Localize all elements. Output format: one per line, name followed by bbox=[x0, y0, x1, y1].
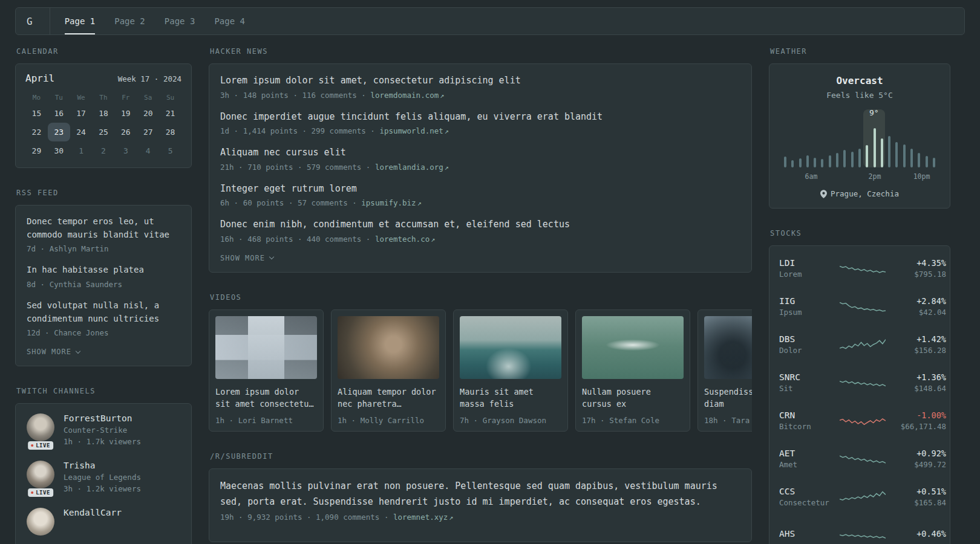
video-thumbnail[interactable] bbox=[582, 316, 684, 379]
channel-name[interactable]: ForrestBurton bbox=[64, 413, 141, 423]
reddit-card: Maecenas mollis pulvinar erat non posuer… bbox=[209, 468, 752, 542]
tab-page-3[interactable]: Page 3 bbox=[165, 8, 195, 34]
show-more-button[interactable]: SHOW MORE bbox=[27, 348, 180, 356]
hn-item-title[interactable]: Donec imperdiet augue tincidunt felis al… bbox=[220, 110, 740, 124]
hn-item-title[interactable]: Donec enim nibh, condimentum et accumsan… bbox=[220, 218, 740, 232]
video-title[interactable]: Mauris sit amet massa felis bbox=[460, 386, 561, 411]
twitch-channel[interactable]: LIVE ForrestBurton Counter-Strike 1h · 1… bbox=[27, 413, 180, 446]
reddit-widget: /R/SUBREDDIT Maecenas mollis pulvinar er… bbox=[209, 452, 752, 542]
rss-item-title[interactable]: In hac habitasse platea bbox=[27, 264, 180, 277]
stock-row: AHS +0.46% bbox=[779, 516, 940, 544]
weather-bar bbox=[918, 153, 920, 167]
video-card[interactable]: Lorem ipsum dolor sit amet consectetu… 1… bbox=[209, 309, 324, 432]
dow-label: Su bbox=[159, 89, 181, 104]
stock-price: $148.64 bbox=[886, 384, 946, 393]
day-cell: 20 bbox=[137, 104, 159, 123]
show-more-label: SHOW MORE bbox=[220, 254, 265, 262]
stock-name: Amet bbox=[779, 460, 840, 469]
hn-item-title[interactable]: Lorem ipsum dolor sit amet, consectetur … bbox=[220, 74, 740, 88]
avatar bbox=[27, 508, 54, 536]
video-title[interactable]: Aliquam tempor dolor nec pharetra… bbox=[338, 386, 439, 411]
twitch-channel[interactable]: LIVE Trisha League of Legends 3h · 1.2k … bbox=[27, 461, 180, 493]
stock-name: Ipsum bbox=[779, 308, 840, 317]
hn-item-domain-link[interactable]: ipsumworld.net↗ bbox=[379, 126, 449, 135]
twitch-widget: TWITCH CHANNELS LIVE ForrestBurton bbox=[15, 387, 192, 544]
chevron-down-icon bbox=[269, 254, 274, 259]
avatar bbox=[27, 413, 54, 441]
twitch-channel[interactable]: KendallCarr bbox=[27, 508, 180, 536]
day-cell: 22 bbox=[25, 123, 48, 141]
hn-item-domain-link[interactable]: ipsumify.biz↗ bbox=[361, 198, 422, 207]
stock-symbol: IIG bbox=[779, 296, 840, 306]
weather-bar bbox=[910, 149, 913, 167]
video-thumbnail[interactable] bbox=[338, 316, 439, 379]
external-link-icon: ↗ bbox=[445, 127, 449, 135]
video-card[interactable]: Aliquam tempor dolor nec pharetra… 1h · … bbox=[331, 309, 446, 432]
channel-game: Counter-Strike bbox=[64, 426, 141, 435]
rss-item-title[interactable]: Sed volutpat nulla nisl, a condimentum n… bbox=[27, 299, 180, 325]
video-title[interactable]: Lorem ipsum dolor sit amet consectetu… bbox=[215, 386, 317, 411]
weather-widget: WEATHER Overcast Feels like 5°C 9° 6am 2… bbox=[769, 47, 950, 209]
hn-item-title[interactable]: Aliquam nec cursus elit bbox=[220, 146, 740, 160]
tab-page-1[interactable]: Page 1 bbox=[65, 8, 96, 34]
columns: CALENDAR April Week 17 · 2024 Mo Tu We T… bbox=[15, 47, 965, 544]
avatar-wrap bbox=[27, 508, 54, 536]
stock-sparkline bbox=[840, 488, 886, 506]
video-thumbnail[interactable] bbox=[460, 316, 561, 379]
hn-item-meta: 6h · 60 points · 57 comments · ipsumify.… bbox=[220, 198, 740, 207]
hn-item: Aliquam nec cursus elit 21h · 710 points… bbox=[220, 146, 740, 172]
video-title[interactable]: Suspendisse vehicula diam bbox=[704, 386, 752, 411]
hn-item-domain-link[interactable]: loremdomain.com↗ bbox=[370, 91, 444, 100]
stock-sparkline bbox=[840, 297, 886, 316]
external-link-icon: ↗ bbox=[440, 91, 444, 100]
avatar-wrap: LIVE bbox=[27, 461, 54, 493]
video-card[interactable]: Nullam posuere cursus ex 17h · Stefan Co… bbox=[575, 309, 690, 432]
app-logo[interactable]: G bbox=[17, 8, 50, 34]
day-cell-selected: 23 bbox=[48, 123, 70, 141]
hn-item: Donec imperdiet augue tincidunt felis al… bbox=[220, 110, 740, 136]
video-thumbnail[interactable] bbox=[215, 316, 317, 379]
stock-row: SNRCSit +1.36%$148.64 bbox=[779, 363, 940, 401]
weather-card: Overcast Feels like 5°C 9° 6am 2pm 10pm bbox=[769, 63, 950, 209]
reddit-post-title[interactable]: Maecenas mollis pulvinar erat non posuer… bbox=[220, 479, 740, 510]
time-label: 2pm bbox=[869, 172, 881, 181]
weather-condition: Overcast bbox=[779, 75, 940, 86]
app-logo-glyph: G bbox=[27, 16, 33, 27]
stock-symbol: DBS bbox=[779, 334, 840, 344]
hn-item-meta: 3h · 148 points · 116 comments · loremdo… bbox=[220, 91, 740, 100]
channel-name[interactable]: KendallCarr bbox=[64, 508, 122, 517]
video-card[interactable]: Mauris sit amet massa felis 7h · Grayson… bbox=[453, 309, 568, 432]
weather-bars bbox=[784, 126, 935, 167]
channel-meta: 3h · 1.2k viewers bbox=[64, 484, 141, 493]
stock-change: +0.92% bbox=[886, 448, 946, 458]
stock-name: Lorem bbox=[779, 270, 840, 279]
hn-item-title[interactable]: Integer eget rutrum lorem bbox=[220, 182, 740, 196]
avatar bbox=[27, 461, 54, 488]
stock-row: CRNBitcorn -1.00%$66,171.48 bbox=[779, 401, 940, 439]
external-link-icon: ↗ bbox=[417, 199, 422, 207]
rss-item-title[interactable]: Donec tempor eros leo, ut commodo mauris… bbox=[27, 215, 180, 241]
video-card[interactable]: Suspendisse vehicula diam 18h · Tara bbox=[697, 309, 752, 432]
tab-page-4[interactable]: Page 4 bbox=[214, 8, 245, 34]
reddit-header: /R/SUBREDDIT bbox=[210, 452, 752, 461]
weather-bar bbox=[858, 149, 861, 167]
hn-item-domain-link[interactable]: loremtech.co↗ bbox=[375, 235, 436, 244]
weather-bar bbox=[851, 152, 854, 167]
rss-card: Donec tempor eros leo, ut commodo mauris… bbox=[15, 205, 192, 366]
show-more-button[interactable]: SHOW MORE bbox=[220, 254, 740, 262]
stock-name: Bitcorn bbox=[779, 422, 840, 431]
month-label: April bbox=[25, 73, 54, 84]
hn-item-domain-link[interactable]: loremlandia.org↗ bbox=[375, 163, 449, 172]
chevron-down-icon bbox=[76, 349, 80, 354]
channel-name[interactable]: Trisha bbox=[64, 461, 141, 470]
stock-sparkline bbox=[840, 412, 886, 430]
reddit-domain-link[interactable]: loremnet.xyz↗ bbox=[393, 513, 454, 522]
weather-time-labels: 6am 2pm 10pm bbox=[784, 172, 935, 181]
day-cell: 24 bbox=[70, 123, 93, 141]
video-title[interactable]: Nullam posuere cursus ex bbox=[582, 386, 684, 411]
tab-page-2[interactable]: Page 2 bbox=[114, 8, 145, 34]
video-thumbnail[interactable] bbox=[704, 316, 752, 379]
top-nav: G Page 1 Page 2 Page 3 Page 4 bbox=[15, 7, 965, 35]
stock-name: Dolor bbox=[779, 346, 840, 355]
weather-bar bbox=[784, 157, 786, 167]
